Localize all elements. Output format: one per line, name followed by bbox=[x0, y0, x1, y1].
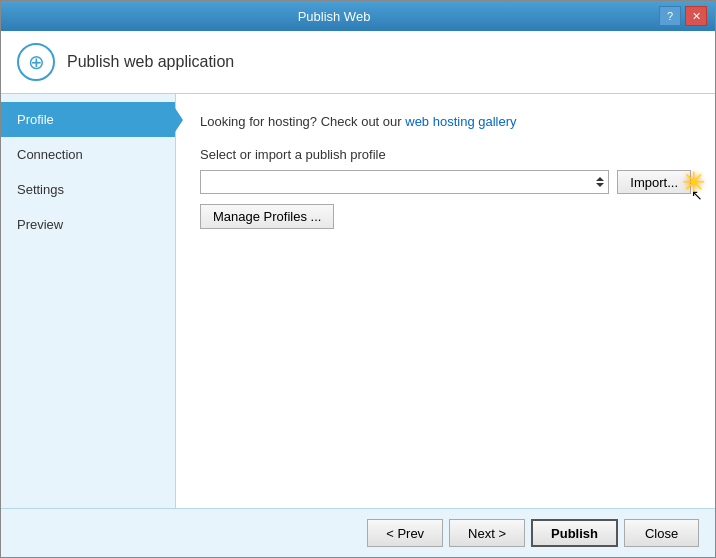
profile-select-row: Import... ↖ bbox=[200, 170, 691, 194]
hosting-text: Looking for hosting? Check out our bbox=[200, 114, 405, 129]
profile-select[interactable] bbox=[200, 170, 609, 194]
hosting-link[interactable]: web hosting gallery bbox=[405, 114, 516, 129]
sidebar-item-preview[interactable]: Preview bbox=[1, 207, 175, 242]
sidebar: Profile Connection Settings Preview bbox=[1, 94, 176, 508]
sidebar-label-preview: Preview bbox=[17, 217, 63, 232]
globe-icon: ⊕ bbox=[28, 50, 45, 74]
help-button[interactable]: ? bbox=[659, 6, 681, 26]
publish-web-dialog: Publish Web ? ✕ ⊕ Publish web applicatio… bbox=[0, 0, 716, 558]
select-profile-label: Select or import a publish profile bbox=[200, 147, 691, 162]
dialog-body: Profile Connection Settings Preview Look… bbox=[1, 94, 715, 508]
sidebar-item-settings[interactable]: Settings bbox=[1, 172, 175, 207]
sidebar-label-connection: Connection bbox=[17, 147, 83, 162]
hosting-line: Looking for hosting? Check out our web h… bbox=[200, 114, 691, 129]
dialog-header: ⊕ Publish web application bbox=[1, 31, 715, 94]
dialog-title: Publish web application bbox=[67, 53, 234, 71]
sidebar-item-connection[interactable]: Connection bbox=[1, 137, 175, 172]
title-bar: Publish Web ? ✕ bbox=[1, 1, 715, 31]
cursor-icon: ↖ bbox=[691, 188, 703, 202]
window-title: Publish Web bbox=[9, 9, 659, 24]
title-bar-controls: ? ✕ bbox=[659, 6, 707, 26]
close-button[interactable]: Close bbox=[624, 519, 699, 547]
dialog-footer: < Prev Next > Publish Close bbox=[1, 508, 715, 557]
sidebar-label-settings: Settings bbox=[17, 182, 64, 197]
prev-button[interactable]: < Prev bbox=[367, 519, 443, 547]
publish-icon: ⊕ bbox=[17, 43, 55, 81]
close-window-button[interactable]: ✕ bbox=[685, 6, 707, 26]
publish-button[interactable]: Publish bbox=[531, 519, 618, 547]
manage-profiles-button[interactable]: Manage Profiles ... bbox=[200, 204, 334, 229]
next-button[interactable]: Next > bbox=[449, 519, 525, 547]
import-button[interactable]: Import... bbox=[617, 170, 691, 194]
sidebar-item-profile[interactable]: Profile bbox=[1, 102, 175, 137]
content-area: Looking for hosting? Check out our web h… bbox=[176, 94, 715, 508]
sidebar-label-profile: Profile bbox=[17, 112, 54, 127]
